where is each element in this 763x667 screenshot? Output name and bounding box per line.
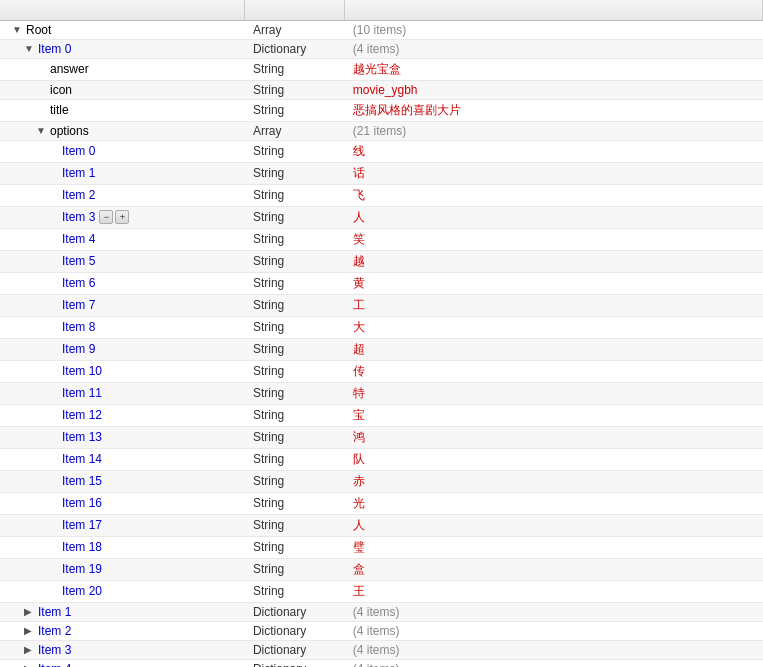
- toggle-expanded-icon[interactable]: [24, 43, 36, 55]
- key-label: Item 0: [62, 144, 95, 158]
- table-row: Item 0String线: [0, 140, 763, 162]
- key-label: Item 9: [62, 342, 95, 356]
- value-label: (4 items): [345, 621, 763, 640]
- key-label: Item 1: [62, 166, 95, 180]
- type-label: String: [245, 580, 345, 602]
- table-row: Item 16String光: [0, 492, 763, 514]
- type-label: Dictionary: [245, 39, 345, 58]
- table-row: Item 2Dictionary(4 items): [0, 621, 763, 640]
- key-label: Item 5: [62, 254, 95, 268]
- table-row: optionsArray(21 items): [0, 121, 763, 140]
- stepper-plus-button[interactable]: +: [115, 210, 129, 224]
- toggle-collapsed-icon[interactable]: [24, 625, 36, 637]
- table-row: answerString越光宝盒: [0, 58, 763, 80]
- type-label: String: [245, 162, 345, 184]
- value-label: 传: [345, 360, 763, 382]
- type-label: String: [245, 426, 345, 448]
- value-label: 大: [345, 316, 763, 338]
- stepper-buttons: −+: [99, 210, 129, 224]
- key-label: Item 1: [38, 605, 71, 619]
- table-row: Item 1Dictionary(4 items): [0, 602, 763, 621]
- table-row: Item 2String飞: [0, 184, 763, 206]
- table-row: Item 7String工: [0, 294, 763, 316]
- value-label: 恶搞风格的喜剧大片: [345, 99, 763, 121]
- type-label: String: [245, 514, 345, 536]
- toggle-expanded-icon[interactable]: [12, 24, 24, 36]
- value-label: 笑: [345, 228, 763, 250]
- key-label: Item 11: [62, 386, 102, 400]
- table-row: Item 14String队: [0, 448, 763, 470]
- key-label: title: [50, 103, 69, 117]
- value-label: 超: [345, 338, 763, 360]
- table-row: Item 8String大: [0, 316, 763, 338]
- type-label: Dictionary: [245, 640, 345, 659]
- value-label: 工: [345, 294, 763, 316]
- toggle-expanded-icon[interactable]: [36, 125, 48, 137]
- table-row: Item 11String特: [0, 382, 763, 404]
- toggle-collapsed-icon[interactable]: [24, 663, 36, 668]
- key-label: Item 18: [62, 540, 102, 554]
- table-row: Item 3−+String人: [0, 206, 763, 228]
- key-label: Item 10: [62, 364, 102, 378]
- value-label: 线: [345, 140, 763, 162]
- type-label: String: [245, 316, 345, 338]
- type-label: String: [245, 448, 345, 470]
- value-label: (10 items): [345, 20, 763, 39]
- value-label: 越光宝盒: [345, 58, 763, 80]
- type-label: String: [245, 80, 345, 99]
- type-label: Dictionary: [245, 602, 345, 621]
- type-label: String: [245, 99, 345, 121]
- table-row: Item 18String璧: [0, 536, 763, 558]
- key-label: answer: [50, 62, 89, 76]
- value-label: 宝: [345, 404, 763, 426]
- value-label: 赤: [345, 470, 763, 492]
- value-label: 飞: [345, 184, 763, 206]
- value-label: 话: [345, 162, 763, 184]
- table-row: Item 1String话: [0, 162, 763, 184]
- type-label: Array: [245, 121, 345, 140]
- table-row: Item 6String黄: [0, 272, 763, 294]
- table-row: Item 5String越: [0, 250, 763, 272]
- key-label: Item 13: [62, 430, 102, 444]
- table-row: Item 10String传: [0, 360, 763, 382]
- value-label: (4 items): [345, 640, 763, 659]
- type-label: Dictionary: [245, 659, 345, 667]
- key-label: Item 20: [62, 584, 102, 598]
- type-label: String: [245, 272, 345, 294]
- value-label: 队: [345, 448, 763, 470]
- value-label: 鸿: [345, 426, 763, 448]
- key-label: Item 3: [62, 210, 95, 224]
- stepper-minus-button[interactable]: −: [99, 210, 113, 224]
- table-row: Item 12String宝: [0, 404, 763, 426]
- type-label: String: [245, 404, 345, 426]
- key-label: Item 2: [62, 188, 95, 202]
- key-label: Item 17: [62, 518, 102, 532]
- key-label: Item 0: [38, 42, 71, 56]
- value-label: 黄: [345, 272, 763, 294]
- type-label: String: [245, 294, 345, 316]
- table-row: Item 13String鸿: [0, 426, 763, 448]
- value-label: 光: [345, 492, 763, 514]
- key-label: Item 14: [62, 452, 102, 466]
- table-row: titleString恶搞风格的喜剧大片: [0, 99, 763, 121]
- table-row: Item 19String盒: [0, 558, 763, 580]
- type-label: String: [245, 360, 345, 382]
- table-row: Item 4Dictionary(4 items): [0, 659, 763, 667]
- column-header-value: [345, 0, 763, 20]
- value-label: 盒: [345, 558, 763, 580]
- table-row: iconStringmovie_ygbh: [0, 80, 763, 99]
- value-label: 特: [345, 382, 763, 404]
- table-row: Item 20String王: [0, 580, 763, 602]
- value-label: 王: [345, 580, 763, 602]
- type-label: String: [245, 558, 345, 580]
- key-label: options: [50, 124, 89, 138]
- type-label: Dictionary: [245, 621, 345, 640]
- value-label: 璧: [345, 536, 763, 558]
- property-list-table: RootArray(10 items)Item 0Dictionary(4 it…: [0, 0, 763, 667]
- type-label: String: [245, 228, 345, 250]
- toggle-collapsed-icon[interactable]: [24, 644, 36, 656]
- value-label: (4 items): [345, 659, 763, 667]
- toggle-collapsed-icon[interactable]: [24, 606, 36, 618]
- key-label: Item 19: [62, 562, 102, 576]
- key-label: Item 12: [62, 408, 102, 422]
